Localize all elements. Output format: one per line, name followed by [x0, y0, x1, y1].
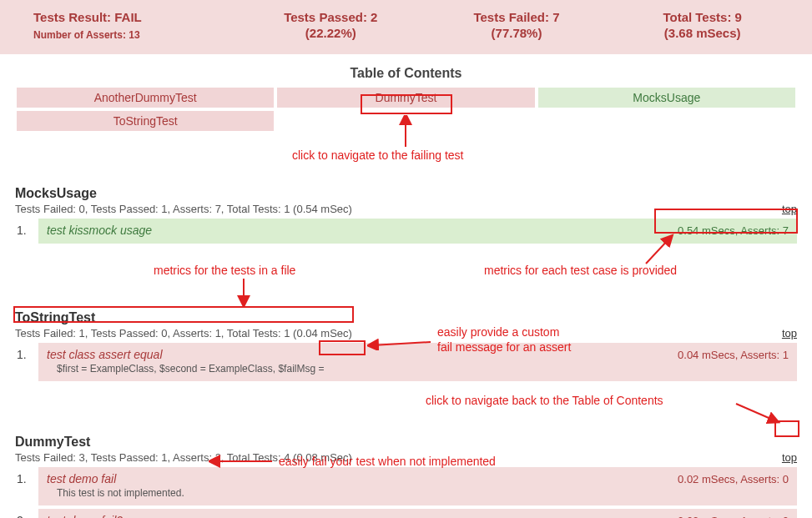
test-metrics: 0.54 mSecs, Asserts: 7: [678, 224, 789, 237]
section-meta: Tests Failed: 0, Tests Passed: 1, Assert…: [15, 203, 352, 215]
section-meta: Tests Failed: 3, Tests Passed: 1, Assert…: [15, 451, 352, 464]
result-label: Tests Result:: [33, 10, 111, 24]
failed-value: 7: [552, 10, 559, 24]
test-metrics: 0.02 mSecs, Asserts: 0: [678, 515, 789, 518]
toc-grid: AnotherDummyTest DummyTest MocksUsage To…: [0, 86, 812, 133]
test-name: test demo fail2: [47, 514, 123, 518]
toc-item-label: ToStringTest: [113, 114, 178, 128]
passed-value: 2: [371, 10, 377, 24]
test-metrics: 0.04 mSecs, Asserts: 1: [678, 349, 789, 361]
section-mocksusage: MocksUsage Tests Failed: 0, Tests Passed…: [0, 186, 812, 244]
passed-pct: (22.22%): [238, 26, 424, 40]
asserts-label: Number of Asserts:: [33, 29, 126, 41]
section-dummytest: DummyTest Tests Failed: 3, Tests Passed:…: [0, 435, 812, 518]
passed-label: Tests Passed:: [284, 10, 367, 24]
total-time: (3.68 mSecs): [609, 26, 795, 40]
test-metrics: 0.02 mSecs, Asserts: 0: [678, 473, 789, 485]
summary-total: Total Tests: 9 (3.68 mSecs): [609, 10, 795, 41]
summary-failed: Tests Failed: 7 (77.78%): [424, 10, 610, 41]
total-value: 9: [735, 10, 742, 24]
section-title: MocksUsage: [15, 186, 797, 201]
section-title: ToStringTest: [15, 310, 797, 325]
test-row-body: test kissmock usage 0.54 mSecs, Asserts:…: [38, 219, 797, 244]
test-name: test kissmock usage: [47, 224, 152, 237]
top-link[interactable]: top: [782, 327, 797, 339]
toc-item-label: DummyTest: [376, 91, 437, 104]
failed-label: Tests Failed:: [473, 10, 549, 24]
test-row: 2. test demo fail2 0.02 mSecs, Asserts: …: [15, 509, 797, 518]
summary-result: Tests Result: FAIL Number of Asserts: 13: [33, 10, 238, 41]
summary-header: Tests Result: FAIL Number of Asserts: 13…: [0, 0, 812, 54]
test-detail: This test is not implemented.: [47, 487, 789, 499]
toc-heading: Table of Contents: [0, 66, 812, 81]
row-number: 2.: [15, 509, 38, 518]
test-row-body: test demo fail 0.02 mSecs, Asserts: 0 Th…: [38, 467, 797, 505]
toc-item-mocksusage[interactable]: MocksUsage: [537, 86, 797, 109]
toc-item-tostringtest[interactable]: ToStringTest: [15, 109, 275, 133]
test-detail: $first = ExampleClass, $second = Example…: [47, 363, 789, 375]
top-link[interactable]: top: [782, 451, 797, 464]
section-title: DummyTest: [15, 435, 797, 450]
toc-item-anotherdummytest[interactable]: AnotherDummyTest: [15, 86, 275, 109]
result-value: FAIL: [114, 10, 142, 24]
test-name: test demo fail: [47, 472, 116, 485]
asserts-value: 13: [129, 29, 139, 41]
row-number: 1.: [15, 467, 38, 505]
test-name: test class assert equal: [47, 348, 163, 361]
test-row: 1. test demo fail 0.02 mSecs, Asserts: 0…: [15, 467, 797, 505]
test-row: 1. test kissmock usage 0.54 mSecs, Asser…: [15, 219, 797, 244]
row-number: 1.: [15, 219, 38, 244]
toc-item-dummytest[interactable]: DummyTest: [275, 86, 536, 109]
top-link[interactable]: top: [782, 203, 797, 215]
section-meta: Tests Failed: 1, Tests Passed: 0, Assert…: [15, 327, 352, 339]
toc-item-label: MocksUsage: [633, 91, 700, 104]
test-row-body: test demo fail2 0.02 mSecs, Asserts: 0 T…: [38, 509, 797, 518]
toc-item-label: AnotherDummyTest: [94, 91, 197, 104]
section-tostringtest: ToStringTest Tests Failed: 1, Tests Pass…: [0, 310, 812, 381]
summary-passed: Tests Passed: 2 (22.22%): [238, 10, 424, 41]
test-row: 1. test class assert equal 0.04 mSecs, A…: [15, 343, 797, 381]
row-number: 1.: [15, 343, 38, 381]
failed-pct: (77.78%): [424, 26, 610, 40]
total-label: Total Tests:: [663, 10, 731, 24]
test-row-body: test class assert equal 0.04 mSecs, Asse…: [38, 343, 797, 381]
